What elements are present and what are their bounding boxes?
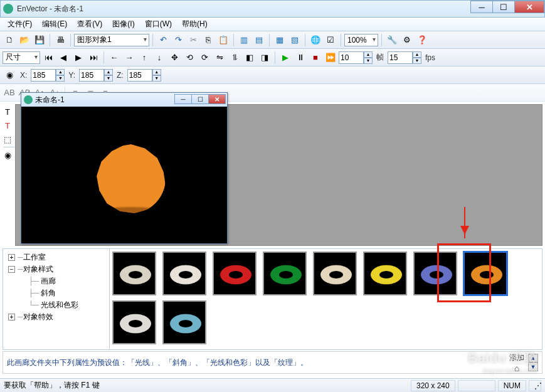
add-area[interactable]: 添加 ⌂ [509,352,524,373]
x-spin[interactable]: ▲▼ [31,69,65,82]
gallery-item-6[interactable] [413,252,457,295]
canvas[interactable] [21,107,227,243]
maximize-button[interactable]: ☐ [492,1,515,13]
tile-v-button[interactable]: ▤ [252,33,266,47]
gallery-item-2[interactable] [213,252,257,295]
gallery-item-3[interactable] [263,252,307,295]
print-button[interactable]: 🖶 [53,33,67,47]
tree-node-workshop[interactable]: +─工作室 [6,252,107,263]
gallery-item-7[interactable] [463,252,507,295]
expand-icon[interactable]: + [8,254,15,261]
z-spin[interactable]: ▲▼ [127,69,161,82]
scroll-up-button[interactable]: ▲ [528,354,538,363]
options-button[interactable]: ☑ [324,33,337,47]
gallery-item-5[interactable] [363,252,407,295]
rotate-right-button[interactable]: ⟳ [198,51,211,65]
frame-spin[interactable]: ▲▼ [339,51,373,64]
move-down-button[interactable]: ↓ [152,51,166,65]
close-button[interactable]: ✕ [514,1,544,13]
tree-node-bevel[interactable]: ├─ 斜角 [6,287,107,299]
frame-input[interactable] [339,51,364,64]
fps-spin[interactable]: ▲▼ [388,51,421,64]
undo-button[interactable]: ↶ [156,33,170,47]
rotate-left-button[interactable]: ⟲ [183,51,196,65]
spin-up[interactable]: ▲ [364,51,373,58]
spin-down[interactable]: ▼ [413,58,421,64]
gallery-item-8[interactable] [112,300,156,344]
context-help-button[interactable]: ❓ [415,33,429,47]
home-icon[interactable]: ⌂ [509,363,524,373]
pause-button[interactable]: ⏸ [294,51,307,65]
flip-h-button[interactable]: ⇋ [213,51,226,65]
tool-a-button[interactable]: 🔧 [385,33,399,47]
x-input[interactable] [31,69,56,82]
menu-image[interactable]: 图像(I) [107,18,139,31]
menu-help[interactable]: 帮助(H) [177,18,213,31]
spin-down[interactable]: ▼ [364,58,373,64]
text-tool-button[interactable]: T [1,105,14,118]
object-combo[interactable]: 图形对象1 [74,34,149,46]
tree-node-light-color[interactable]: └─ 光线和色彩 [6,299,107,311]
step-button[interactable]: ⏩ [324,51,337,65]
bold-button[interactable]: AB [3,86,16,100]
web-button[interactable]: 🌐 [309,33,322,47]
y-input[interactable] [79,69,104,82]
nav-last-button[interactable]: ⏭ [87,51,100,65]
sphere-tool-button[interactable]: ◉ [1,149,14,161]
copy-button[interactable]: ⎘ [201,33,215,47]
size-combo[interactable]: 尺寸 [3,51,40,64]
gallery-item-9[interactable] [162,300,206,344]
collapse-icon[interactable]: − [8,266,15,273]
scroll-down-button[interactable]: ▼ [528,363,538,371]
cascade-button[interactable]: ▦ [273,33,287,47]
y-spin[interactable]: ▲▼ [79,69,113,82]
gallery-item-0[interactable] [112,252,156,295]
flip-v-button[interactable]: ⥮ [228,51,241,65]
style-tree[interactable]: +─工作室 −─对象样式 ├─ 画廊 ├─ 斜角 └─ 光线和色彩 +─对象特效 [3,249,110,349]
tile-h-button[interactable]: ▥ [237,33,251,47]
coord-mode-button[interactable]: ◉ [3,68,16,82]
open-button[interactable]: 📂 [18,33,31,47]
doc-maximize-button[interactable]: ☐ [191,94,209,104]
extrude-button[interactable]: ◨ [258,51,272,65]
arrange-button[interactable]: ▧ [288,33,302,47]
cut-button[interactable]: ✂ [186,33,200,47]
doc-close-button[interactable]: ✕ [208,94,226,104]
nav-prev-button[interactable]: ◀ [56,51,70,65]
zoom-combo[interactable]: 100% [344,34,378,46]
spin-up[interactable]: ▲ [413,51,421,58]
nav-first-button[interactable]: ⏮ [41,51,55,65]
center-button[interactable]: ✥ [167,51,181,65]
shape-object[interactable] [97,144,166,213]
gallery-item-4[interactable] [313,252,357,295]
save-button[interactable]: 💾 [33,33,46,47]
tree-node-effects[interactable]: +─对象特效 [6,311,107,323]
menu-edit[interactable]: 编辑(E) [37,18,72,31]
menu-window[interactable]: 窗口(W) [140,18,177,31]
minimize-button[interactable]: ─ [470,1,493,13]
gallery-item-1[interactable] [162,252,206,295]
move-up-button[interactable]: ↑ [137,51,151,65]
import-tool-button[interactable]: ⬚ [1,133,14,146]
move-right-button[interactable]: → [122,51,136,65]
move-left-button[interactable]: ← [107,51,121,65]
menu-view[interactable]: 查看(V) [72,18,107,31]
tool-b-button[interactable]: ⚙ [400,33,414,47]
menu-file[interactable]: 文件(F) [3,18,37,31]
z-input[interactable] [127,69,152,82]
nav-next-button[interactable]: ▶ [71,51,85,65]
stop-button[interactable]: ■ [309,51,322,65]
document-titlebar[interactable]: 未命名-1 ─ ☐ ✕ [21,93,227,107]
new-button[interactable]: 🗋 [3,33,16,47]
tree-node-gallery[interactable]: ├─ 画廊 [6,275,107,287]
fps-input[interactable] [388,51,413,64]
text3d-tool-button[interactable]: T [1,119,14,132]
perspective-button[interactable]: ◧ [243,51,257,65]
status-resize-grip[interactable]: ⋰ [529,380,541,391]
tree-node-object-style[interactable]: −─对象样式 [6,263,107,275]
play-button[interactable]: ▶ [278,51,292,65]
doc-minimize-button[interactable]: ─ [174,94,192,104]
paste-button[interactable]: 📋 [216,33,230,47]
document-window[interactable]: 未命名-1 ─ ☐ ✕ [21,92,228,244]
redo-button[interactable]: ↷ [171,33,185,47]
